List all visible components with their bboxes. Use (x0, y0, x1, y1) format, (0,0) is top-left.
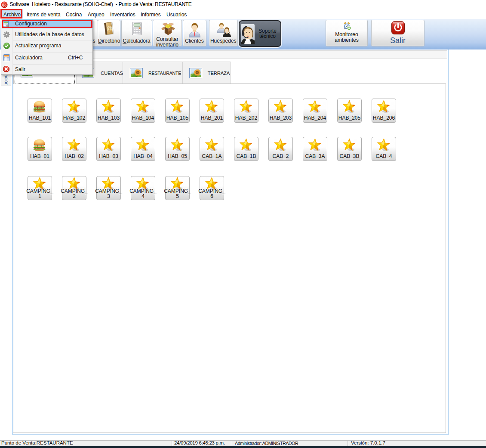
svg-text:@: @ (106, 25, 113, 32)
